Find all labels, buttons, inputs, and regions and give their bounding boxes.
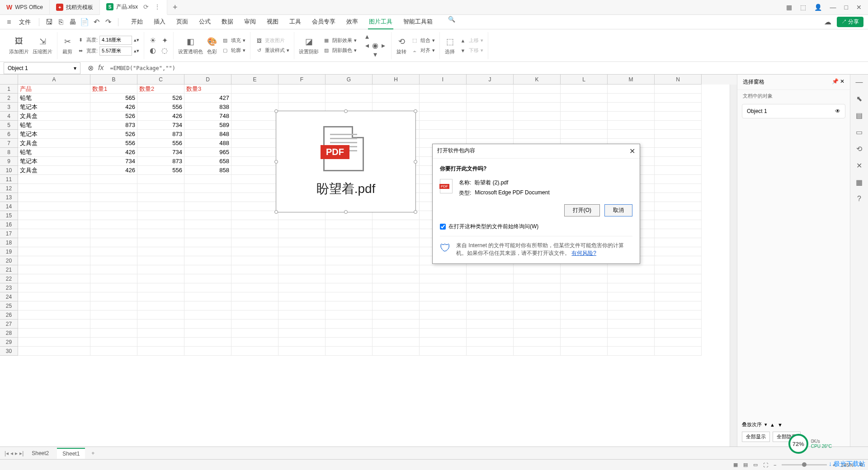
row-header[interactable]: 24 — [0, 292, 18, 301]
cell[interactable] — [561, 347, 608, 356]
row-header[interactable]: 1 — [0, 85, 18, 94]
nudge-right-icon[interactable]: ▸ — [379, 42, 387, 50]
embedded-object[interactable]: PDF 盼望着.pdf — [276, 111, 416, 212]
cell[interactable] — [278, 283, 326, 292]
menu-tab-page[interactable]: 页面 — [175, 15, 189, 29]
cell[interactable] — [420, 347, 467, 356]
cell[interactable] — [655, 175, 702, 184]
menu-file[interactable]: 文件 — [16, 16, 33, 28]
cell[interactable] — [90, 220, 137, 229]
sharpen-icon[interactable]: ✦ — [160, 37, 169, 45]
cell[interactable] — [608, 347, 655, 356]
cell[interactable]: 产品 — [18, 85, 90, 94]
view-page-icon[interactable]: ▤ — [743, 462, 748, 468]
properties-icon[interactable]: ▤ — [856, 111, 863, 120]
cell[interactable] — [184, 274, 231, 283]
cell[interactable] — [231, 211, 278, 220]
cell[interactable] — [514, 274, 561, 283]
row-header[interactable]: 28 — [0, 329, 18, 338]
cell[interactable] — [90, 320, 137, 329]
cell[interactable] — [561, 283, 608, 292]
cell[interactable] — [420, 338, 467, 347]
menu-hamburger-icon[interactable]: ≡ — [5, 18, 14, 27]
cell[interactable] — [18, 175, 90, 184]
cell[interactable] — [373, 220, 420, 229]
cell[interactable] — [373, 85, 420, 94]
cell[interactable] — [608, 94, 655, 103]
cell[interactable] — [655, 274, 702, 283]
resize-handle[interactable] — [274, 160, 278, 164]
cell[interactable]: 文具盒 — [18, 139, 90, 148]
cell[interactable] — [278, 274, 326, 283]
cell[interactable] — [326, 103, 373, 112]
cell[interactable] — [373, 256, 420, 265]
cell[interactable] — [420, 274, 467, 283]
cell[interactable] — [90, 256, 137, 265]
row-header[interactable]: 16 — [0, 220, 18, 229]
cell[interactable] — [18, 274, 90, 283]
cell[interactable] — [231, 121, 278, 130]
cell[interactable] — [608, 310, 655, 320]
cell[interactable] — [278, 229, 326, 238]
row-header[interactable]: 4 — [0, 112, 18, 121]
collapse-icon[interactable]: — — [856, 78, 863, 86]
cell[interactable] — [420, 301, 467, 310]
column-header[interactable]: H — [373, 75, 420, 85]
cell[interactable] — [655, 139, 702, 148]
move-up-button[interactable]: ▲上移 ▾ — [459, 37, 483, 45]
menu-tab-view[interactable]: 视图 — [266, 15, 279, 29]
cell[interactable] — [231, 157, 278, 166]
column-header[interactable]: I — [420, 75, 467, 85]
export-icon[interactable]: ⎘ — [57, 18, 66, 27]
cell[interactable]: 数量2 — [137, 85, 184, 94]
lock-width-icon[interactable]: ⬌ — [76, 47, 85, 55]
cell[interactable] — [231, 94, 278, 103]
cell[interactable] — [561, 112, 608, 121]
cell[interactable] — [655, 130, 702, 139]
cell[interactable]: 858 — [184, 166, 231, 175]
cell[interactable] — [467, 329, 514, 338]
settings-icon[interactable]: ⚙ — [859, 462, 863, 468]
cell[interactable] — [561, 292, 608, 301]
cell[interactable] — [231, 148, 278, 157]
cell[interactable] — [373, 211, 420, 220]
cell[interactable] — [137, 338, 184, 347]
row-header[interactable]: 6 — [0, 130, 18, 139]
cell[interactable] — [467, 274, 514, 283]
column-header[interactable]: L — [561, 75, 608, 85]
close-icon[interactable]: ✕ — [856, 4, 862, 11]
cell[interactable]: 526 — [90, 112, 137, 121]
transparency-button[interactable]: ◧设置透明色 — [178, 36, 203, 55]
always-ask-checkbox[interactable] — [440, 224, 446, 230]
cell[interactable] — [278, 320, 326, 329]
cell[interactable] — [373, 103, 420, 112]
cell[interactable] — [18, 292, 90, 301]
cell[interactable] — [278, 329, 326, 338]
cell[interactable]: 笔记本 — [18, 130, 90, 139]
row-header[interactable]: 26 — [0, 310, 18, 320]
cell[interactable] — [231, 320, 278, 329]
cell[interactable] — [278, 256, 326, 265]
cell[interactable] — [467, 301, 514, 310]
cell[interactable] — [514, 347, 561, 356]
column-header[interactable]: F — [278, 75, 326, 85]
cell[interactable] — [184, 193, 231, 202]
cell[interactable] — [655, 347, 702, 356]
undo-icon[interactable]: ↶ — [92, 18, 101, 27]
cell[interactable] — [90, 211, 137, 220]
row-header[interactable]: 8 — [0, 148, 18, 157]
nudge-down-icon[interactable]: ▾ — [371, 51, 379, 59]
cell[interactable]: 556 — [137, 139, 184, 148]
avatar-icon[interactable]: 👤 — [814, 4, 822, 11]
pane-object-item[interactable]: Object 1 👁 — [742, 104, 845, 118]
shadow-button[interactable]: ◪设置阴影 — [299, 36, 319, 55]
cell[interactable] — [90, 175, 137, 184]
cell[interactable] — [184, 220, 231, 229]
cell[interactable] — [18, 202, 90, 211]
nudge-left-icon[interactable]: ◂ — [363, 42, 371, 50]
cell[interactable] — [420, 320, 467, 329]
cell[interactable] — [561, 338, 608, 347]
cell[interactable] — [608, 112, 655, 121]
cell[interactable] — [326, 238, 373, 247]
cell[interactable]: 556 — [137, 166, 184, 175]
